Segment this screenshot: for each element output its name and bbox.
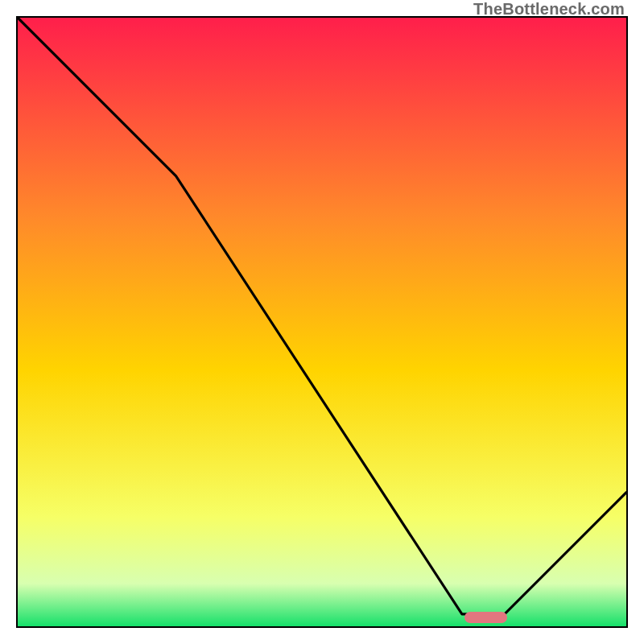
chart-svg: [18, 18, 626, 626]
plot-area: [16, 16, 628, 628]
chart-frame: TheBottleneck.com: [0, 0, 644, 644]
optimal-range-marker: [464, 612, 507, 623]
